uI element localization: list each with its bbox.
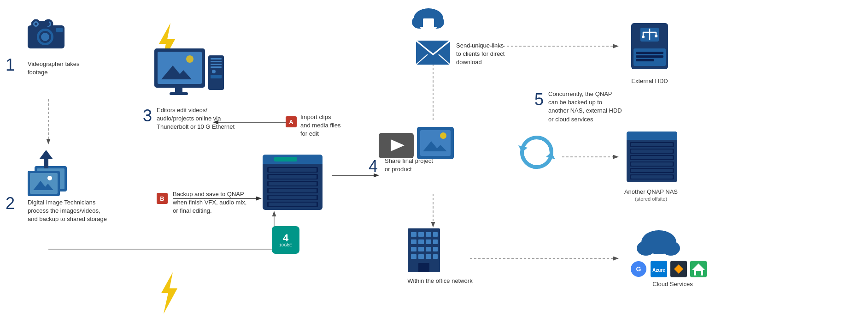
svg-point-106	[642, 36, 645, 38]
svg-rect-112	[636, 59, 654, 61]
step5-label: Concurrently, the QNAPcan be backed up t…	[548, 90, 650, 124]
svg-rect-126	[631, 169, 673, 172]
sync-icon	[518, 134, 555, 173]
workflow-diagram: 1 Videographer takesfootage 2	[0, 0, 868, 323]
svg-rect-92	[426, 247, 431, 251]
svg-rect-86	[411, 239, 416, 244]
upload-photos-icon	[21, 148, 76, 200]
svg-rect-45	[211, 64, 222, 65]
svg-rect-125	[631, 162, 673, 166]
badge-b: B	[157, 193, 168, 204]
svg-rect-44	[211, 61, 222, 62]
svg-rect-90	[411, 247, 416, 251]
step2-number: 2	[6, 194, 15, 213]
svg-rect-63	[269, 189, 317, 192]
svg-rect-115	[627, 137, 677, 140]
svg-rect-46	[211, 66, 222, 68]
svg-text:Azure: Azure	[652, 268, 665, 273]
svg-rect-61	[269, 175, 317, 179]
svg-rect-108	[655, 35, 657, 37]
svg-rect-65	[269, 203, 317, 206]
cloud-services-label: Cloud Services	[633, 281, 712, 287]
svg-point-129	[637, 241, 655, 256]
email-icon	[415, 37, 452, 69]
google-cloud-icon: G	[630, 261, 647, 279]
office-network-label: Within the office network	[405, 277, 475, 285]
step4-label: Share final projector product	[385, 157, 458, 173]
svg-rect-48	[211, 75, 222, 78]
svg-rect-139	[696, 271, 701, 275]
svg-point-32	[47, 176, 52, 180]
step5-number: 5	[534, 90, 544, 109]
svg-text:G: G	[636, 265, 641, 273]
external-hdd-icon	[627, 18, 673, 76]
svg-rect-53	[274, 157, 297, 162]
svg-rect-97	[433, 254, 438, 259]
svg-rect-94	[411, 254, 416, 259]
svg-rect-84	[426, 232, 431, 237]
svg-rect-82	[411, 232, 416, 237]
svg-marker-77	[419, 27, 438, 35]
svg-point-17	[35, 23, 37, 25]
svg-rect-127	[631, 175, 673, 179]
external-hdd-label: External HDD	[627, 78, 673, 84]
svg-point-47	[212, 70, 216, 73]
svg-point-39	[186, 55, 194, 63]
another-qnap-icon	[624, 129, 680, 186]
svg-rect-83	[418, 232, 424, 237]
home-cloud-icon	[690, 261, 707, 279]
svg-rect-123	[631, 150, 673, 153]
camera-icon	[23, 14, 69, 53]
svg-rect-42	[208, 55, 224, 90]
office-building-icon	[401, 219, 447, 276]
svg-rect-29	[30, 173, 58, 194]
svg-rect-87	[418, 239, 424, 244]
workstation-icon	[152, 46, 226, 108]
svg-rect-124	[631, 156, 673, 159]
svg-rect-89	[433, 239, 438, 244]
svg-marker-49	[161, 272, 177, 314]
svg-rect-122	[631, 143, 673, 146]
badge-a: A	[286, 116, 297, 127]
azure-icon: Azure	[651, 261, 667, 279]
svg-rect-91	[418, 247, 424, 251]
svg-rect-41	[170, 92, 188, 95]
svg-rect-85	[433, 232, 438, 237]
svg-rect-60	[269, 168, 317, 172]
send-links-label: Send unique-linksto clients for directdo…	[456, 42, 530, 67]
cloud-download-icon	[410, 5, 447, 39]
svg-rect-111	[636, 55, 663, 58]
aws-icon	[670, 261, 687, 279]
svg-rect-22	[56, 28, 63, 32]
step3-label: Editors edit videos/audio/projects onlin…	[157, 106, 249, 132]
step2-label: Digital Image Techniciansprocess the ima…	[28, 198, 120, 224]
step1-number: 1	[6, 55, 15, 75]
svg-rect-62	[269, 182, 317, 185]
svg-rect-21	[39, 21, 49, 26]
another-qnap-label: Another QNAP NAS(stored offsite)	[621, 188, 681, 202]
svg-rect-88	[426, 239, 431, 244]
svg-marker-33	[39, 150, 53, 168]
svg-rect-43	[211, 58, 222, 60]
step1-label: Videographer takesfootage	[28, 60, 111, 77]
lightning-icon-bottom	[154, 272, 182, 316]
svg-rect-110	[636, 52, 663, 54]
svg-rect-95	[418, 254, 424, 259]
step4-number: 4	[369, 157, 378, 176]
svg-rect-93	[433, 247, 438, 251]
cloud-services-icon	[636, 226, 682, 263]
svg-point-72	[440, 132, 446, 139]
svg-rect-96	[426, 254, 431, 259]
svg-rect-69	[420, 130, 451, 156]
qnap-10gbe-badge: 4 10GbE	[272, 226, 299, 254]
step3-number: 3	[143, 106, 152, 126]
svg-rect-64	[269, 196, 317, 199]
qnap-nas-icon	[260, 152, 332, 228]
backup-label: Backup and save to QNAPwhen finish VFX, …	[173, 190, 260, 215]
import-label: Import clipsand media filesfor edit	[300, 113, 369, 138]
svg-rect-98	[418, 263, 429, 272]
svg-point-130	[662, 241, 680, 256]
svg-point-14	[41, 33, 49, 41]
